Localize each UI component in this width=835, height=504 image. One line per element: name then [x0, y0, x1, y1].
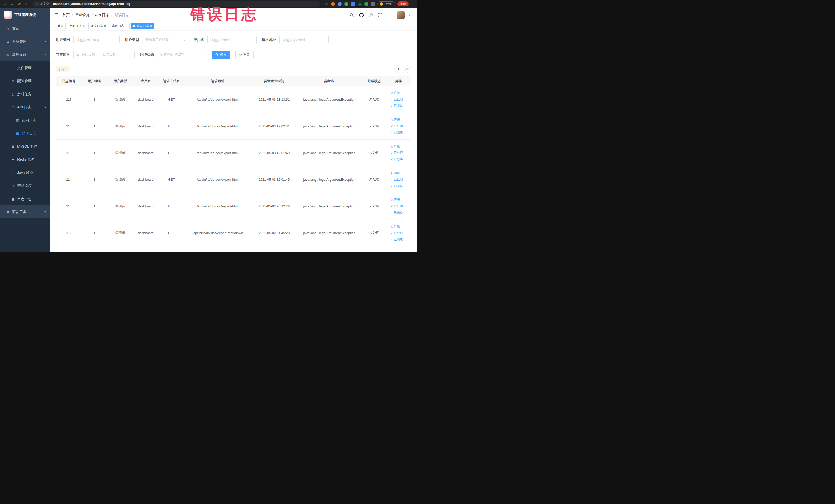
- action-label: 详细: [394, 90, 400, 96]
- detail-link[interactable]: ◎详细: [391, 117, 400, 123]
- user-id-input[interactable]: [74, 36, 120, 44]
- reset-button[interactable]: ⟳ 重置: [236, 51, 253, 59]
- extension-icon[interactable]: [331, 2, 335, 6]
- tab-首页[interactable]: 首页: [55, 23, 66, 29]
- bookmark-star-icon[interactable]: ☆: [324, 2, 329, 6]
- sidebar-item-log-center[interactable]: ▣日志中心: [0, 192, 50, 205]
- sidebar-item-error-log[interactable]: ▦错误日志: [0, 127, 50, 140]
- mark-ignored-link[interactable]: ✓已忽略: [391, 209, 403, 216]
- sidebar-item-java-monitor[interactable]: ☕Java 监控: [0, 166, 50, 179]
- mark-processed-link[interactable]: ✓已处理: [391, 96, 403, 102]
- mark-processed-link[interactable]: ✓已处理: [391, 230, 403, 236]
- extension-icon[interactable]: [338, 2, 342, 6]
- breadcrumb-item[interactable]: 首页: [62, 13, 69, 18]
- extension-icon[interactable]: Y: [345, 2, 348, 6]
- forward-button[interactable]: →: [10, 2, 15, 6]
- tab-错误日志[interactable]: 错误日志×: [131, 23, 154, 29]
- update-button[interactable]: 更新: [398, 1, 409, 6]
- browser-menu-icon[interactable]: ⋮: [411, 2, 414, 6]
- mark-processed-link[interactable]: ✓已处理: [391, 176, 403, 183]
- cell-user_type: 管理员: [107, 193, 133, 220]
- action-label: 已处理: [394, 96, 403, 102]
- tab-调度日志[interactable]: 调度日志×: [88, 23, 108, 29]
- hamburger-icon[interactable]: ☰: [55, 12, 58, 18]
- breadcrumb-item[interactable]: API 日志: [95, 13, 109, 18]
- extension-icon[interactable]: [365, 2, 368, 6]
- sidebar-item-api-log[interactable]: ▤API 日志∧: [0, 101, 50, 114]
- detail-link[interactable]: ◎详细: [391, 223, 400, 229]
- sidebar-item-system-mgmt[interactable]: ⚙系统管理∨: [0, 35, 50, 48]
- sidebar-item-home[interactable]: ⌂首页: [0, 22, 50, 35]
- error-log-icon: ▦: [15, 132, 21, 135]
- check-icon: ✓: [391, 209, 393, 216]
- close-icon[interactable]: ×: [104, 25, 106, 28]
- help-icon[interactable]: ?: [368, 13, 373, 18]
- mark-ignored-link[interactable]: ✓已忽略: [391, 129, 403, 136]
- search-button[interactable]: 搜索: [211, 51, 230, 59]
- sidebar-item-access-log[interactable]: ▥访问日志: [0, 114, 50, 127]
- sidebar-item-infrastructure[interactable]: ▧基础设施∧: [0, 48, 50, 61]
- detail-link[interactable]: ◎详细: [391, 90, 400, 96]
- extension-icon[interactable]: on: [358, 2, 362, 6]
- font-size-icon[interactable]: TT: [387, 13, 392, 18]
- close-icon[interactable]: ×: [125, 25, 127, 28]
- detail-link[interactable]: ◎详细: [391, 143, 400, 149]
- cell-method: GET: [159, 139, 184, 166]
- refresh-button[interactable]: ⟳: [404, 65, 411, 73]
- tab-访问日志[interactable]: 访问日志×: [109, 23, 130, 29]
- mark-ignored-link[interactable]: ✓已忽略: [391, 236, 403, 242]
- avatar-dropdown-icon[interactable]: ∨: [409, 14, 411, 16]
- sidebar-item-trace[interactable]: ◎链路追踪: [0, 179, 50, 192]
- hide-search-button[interactable]: [394, 65, 402, 73]
- cell-time: 2021-05-02 23:32:28: [251, 193, 297, 220]
- extension-icon[interactable]: [351, 2, 355, 6]
- export-button-label: 导出: [61, 67, 67, 72]
- search-icon[interactable]: [349, 13, 354, 18]
- mark-processed-link[interactable]: ✓已处理: [391, 203, 403, 209]
- export-button[interactable]: ↑ 导出: [56, 66, 70, 73]
- sidebar-item-scheduled-tasks[interactable]: ◷定时任务: [0, 87, 50, 101]
- sidebar-item-config-mgmt[interactable]: ✎配置管理: [0, 75, 50, 87]
- mark-ignored-link[interactable]: ✓已忽略: [391, 183, 403, 189]
- mark-processed-link[interactable]: ✓已处理: [391, 123, 403, 129]
- sidebar-item-redis-monitor[interactable]: ✦Redis 监控: [0, 153, 50, 166]
- cell-id: 114: [56, 166, 82, 193]
- app-name-input[interactable]: [207, 36, 257, 44]
- close-icon[interactable]: ×: [83, 25, 85, 28]
- search-button-label: 搜索: [220, 53, 226, 57]
- detail-link[interactable]: ◎详细: [391, 197, 400, 203]
- logo[interactable]: 芋道管理系统: [0, 8, 50, 22]
- check-icon: ✓: [391, 230, 393, 236]
- browser-home-button[interactable]: ⌂: [24, 2, 28, 6]
- sidebar-item-mysql-monitor[interactable]: ⊞MySQL 监控: [0, 140, 50, 153]
- github-icon[interactable]: [359, 13, 364, 18]
- redis-icon: ✦: [10, 158, 16, 161]
- detail-link[interactable]: ◎详细: [391, 170, 400, 176]
- tab-定时任务[interactable]: 定时任务×: [67, 23, 87, 29]
- mark-processed-link[interactable]: ✓已处理: [391, 150, 403, 156]
- column-header: 应用名: [133, 76, 159, 86]
- cell-url: /api/infra/db-doc/export-html: [184, 113, 251, 139]
- breadcrumb-item[interactable]: 基础设施: [75, 13, 89, 18]
- back-button[interactable]: ←: [3, 2, 8, 6]
- cell-url: /api/infra/db-doc/export-html: [184, 139, 251, 166]
- address-bar[interactable]: ⚠ 不安全 dashboard.yudao.iocoder.cn/infra/l…: [32, 1, 320, 7]
- user-type-select[interactable]: 请选择用户类型 ∨: [142, 36, 188, 44]
- avatar[interactable]: [397, 11, 405, 19]
- close-icon[interactable]: ×: [150, 25, 152, 28]
- exception-time-range[interactable]: ▦ 开始日期 - 结束日期: [74, 51, 135, 59]
- sidebar-item-dev-tools[interactable]: ⚒研发工具∨: [0, 205, 50, 219]
- paused-profile-chip[interactable]: 已暂停: [377, 1, 395, 6]
- sidebar-item-label: API 日志: [17, 105, 31, 109]
- fullscreen-icon[interactable]: [378, 13, 383, 18]
- extensions-puzzle-icon[interactable]: [371, 2, 375, 6]
- cell-time: 2021-05-03 12:01:49: [251, 139, 297, 166]
- mark-ignored-link[interactable]: ✓已忽略: [391, 156, 403, 162]
- end-date-placeholder: 结束日期: [103, 53, 116, 57]
- check-icon: ✓: [391, 129, 393, 136]
- request-url-input[interactable]: [279, 36, 329, 44]
- sidebar-item-file-mgmt[interactable]: ⊡文件管理: [0, 61, 50, 75]
- reload-button[interactable]: ⟳: [17, 2, 22, 6]
- process-status-select[interactable]: 请选择处理状态 ∨: [157, 51, 206, 59]
- mark-ignored-link[interactable]: ✓已忽略: [391, 103, 403, 109]
